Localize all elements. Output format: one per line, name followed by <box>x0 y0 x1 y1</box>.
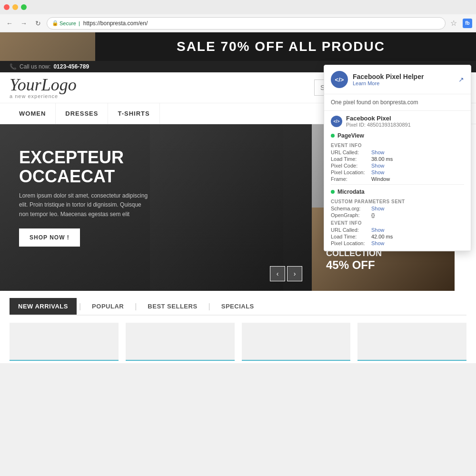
browser-chrome: ← → ↻ 🔒 Secure | https://bonpresta.com/e… <box>0 0 476 32</box>
product-cards <box>10 316 466 361</box>
shop-now-button[interactable]: SHOP NOW ! <box>19 228 80 247</box>
event1-pixel-location: Pixel Location: Show <box>331 169 464 176</box>
learn-more-link[interactable]: Learn More <box>353 80 424 86</box>
popup-found-text: One pixel found on bonpresta.com <box>324 94 471 111</box>
tab-sep-2: | <box>132 302 139 311</box>
microdata-status-dot <box>331 190 335 194</box>
url-text: https://bonpresta.com/en/ <box>83 20 148 27</box>
product-card-2 <box>126 323 235 361</box>
fb-extension-icon[interactable]: fb <box>463 19 472 28</box>
url-called-val[interactable]: Show <box>371 149 385 155</box>
tab-sep-1: | <box>77 302 83 311</box>
browser-titlebar <box>0 0 476 14</box>
website-content: SALE 70% OFF ALL PRODUC 📞 Call us now: 0… <box>0 32 476 363</box>
event2-pixel-location-key: Pixel Location: <box>331 240 371 246</box>
nav-item-tshirts[interactable]: T-SHIRTS <box>108 103 159 124</box>
hero-image <box>150 124 283 291</box>
pixel-icon: </> <box>331 116 342 127</box>
slider-next-button[interactable]: › <box>287 266 302 281</box>
popup-header: </> Facebook Pixel Helper Learn More ↗ <box>324 65 471 94</box>
event2-pixel-location: Pixel Location: Show <box>331 240 464 247</box>
event2-load-time-key: Load Time: <box>331 234 371 239</box>
hero-title: EXCEPTEUR OCCAECAT <box>19 148 152 186</box>
pixel-location-val-1[interactable]: Show <box>371 169 385 175</box>
event2-schema: Schema.org: Show <box>331 205 464 212</box>
bookmark-icon[interactable]: ☆ <box>450 19 457 28</box>
pixel-location-key-1: Pixel Location: <box>331 169 371 175</box>
frame-val: Window <box>371 176 390 182</box>
logo-sub: a new experience <box>10 93 105 99</box>
phone-number: 0123-456-789 <box>53 63 89 70</box>
secure-badge: 🔒 Secure | <box>52 20 81 26</box>
product-card-1 <box>10 323 119 361</box>
separator-1 <box>331 184 464 185</box>
event2-load-time: Load Time: 42.00 ms <box>331 233 464 240</box>
forward-button[interactable]: → <box>18 18 30 29</box>
opengraph-val: {} <box>371 212 375 218</box>
tab-specials[interactable]: SPECIALS <box>213 298 263 315</box>
address-bar[interactable]: 🔒 Secure | https://bonpresta.com/en/ <box>47 17 446 30</box>
minimize-dot[interactable] <box>12 4 18 10</box>
custom-params-label: CUSTOM PARAMETERS SENT <box>331 197 464 205</box>
microdata-event-row: Microdata <box>331 187 464 197</box>
schema-key: Schema.org: <box>331 206 371 211</box>
sale-banner: SALE 70% OFF ALL PRODUC <box>0 32 476 61</box>
pageview-event-name: PageView <box>337 132 364 139</box>
banner2-off: 45% OFF <box>326 258 382 272</box>
banner-bg-image <box>0 32 95 61</box>
event1-pixel-code: Pixel Code: Show <box>331 162 464 169</box>
nav-item-women[interactable]: WOMEN <box>10 103 56 124</box>
popup-title-area: Facebook Pixel Helper Learn More <box>353 73 424 86</box>
browser-toolbar: ← → ↻ 🔒 Secure | https://bonpresta.com/e… <box>0 14 476 32</box>
popup-external-link[interactable]: ↗ <box>458 76 464 83</box>
logo-text: YourLogo <box>10 76 105 93</box>
event2-load-time-val: 42.00 ms <box>371 234 393 239</box>
frame-key: Frame: <box>331 176 371 182</box>
opengraph-key: OpenGraph: <box>331 212 371 218</box>
close-dot[interactable] <box>4 4 10 10</box>
event2-url-called-val[interactable]: Show <box>371 227 385 233</box>
maximize-dot[interactable] <box>21 4 27 10</box>
event2-opengraph: OpenGraph: {} <box>331 212 464 218</box>
lock-icon: 🔒 <box>52 20 59 26</box>
tab-sep-3: | <box>206 302 213 311</box>
product-image-1 <box>10 323 119 361</box>
product-card-4 <box>357 323 466 361</box>
sale-banner-text: SALE 70% OFF ALL PRODUC <box>91 39 385 54</box>
pixel-name-area: Facebook Pixel Pixel ID: 485013931830891 <box>346 115 411 128</box>
pageview-status-dot <box>331 134 335 138</box>
phone-icon: 📞 <box>10 63 17 70</box>
event2-pixel-location-val[interactable]: Show <box>371 240 385 246</box>
pageview-event-row: PageView <box>331 130 464 141</box>
refresh-button[interactable]: ↻ <box>32 18 44 29</box>
pixel-id: Pixel ID: 485013931830891 <box>346 122 411 128</box>
hero-content: EXCEPTEUR OCCAECAT Lorem ipsum dolor sit… <box>19 148 152 247</box>
pixel-code-key: Pixel Code: <box>331 163 371 169</box>
event1-info-label: EVENT INFO <box>331 141 464 149</box>
logo-area: YourLogo a new experience <box>10 76 105 99</box>
hero-description: Lorem ipsum dolor sit amet, consectetur … <box>19 191 152 219</box>
phone-label: Call us now: <box>20 63 50 70</box>
back-button[interactable]: ← <box>4 18 15 29</box>
pixel-code-val[interactable]: Show <box>371 163 385 169</box>
product-image-2 <box>126 323 235 361</box>
event2-url-called-key: URL Called: <box>331 227 371 233</box>
hero-slider: EXCEPTEUR OCCAECAT Lorem ipsum dolor sit… <box>0 124 312 291</box>
pixel-section: </> Facebook Pixel Pixel ID: 48501393183… <box>324 111 471 251</box>
microdata-event-name: Microdata <box>337 188 365 195</box>
nav-item-dresses[interactable]: DRESSES <box>56 103 108 124</box>
schema-val[interactable]: Show <box>371 206 385 211</box>
event1-load-time: Load Time: 38.00 ms <box>331 156 464 162</box>
event1-url-called: URL Called: Show <box>331 149 464 156</box>
product-card-3 <box>242 323 351 361</box>
product-tabs: NEW ARRIVALS | POPULAR | BEST SELLERS | … <box>10 298 466 316</box>
event2-info-label: EVENT INFO <box>331 218 464 227</box>
fb-pixel-icon: </> <box>331 71 348 88</box>
tab-best-sellers[interactable]: BEST SELLERS <box>139 298 206 315</box>
tab-new-arrivals[interactable]: NEW ARRIVALS <box>10 298 77 315</box>
tab-popular[interactable]: POPULAR <box>83 298 132 315</box>
load-time-key: Load Time: <box>331 156 371 162</box>
slider-prev-button[interactable]: ‹ <box>270 266 285 281</box>
slider-controls: ‹ › <box>270 266 302 281</box>
fb-pixel-popup: </> Facebook Pixel Helper Learn More ↗ O… <box>324 65 471 251</box>
